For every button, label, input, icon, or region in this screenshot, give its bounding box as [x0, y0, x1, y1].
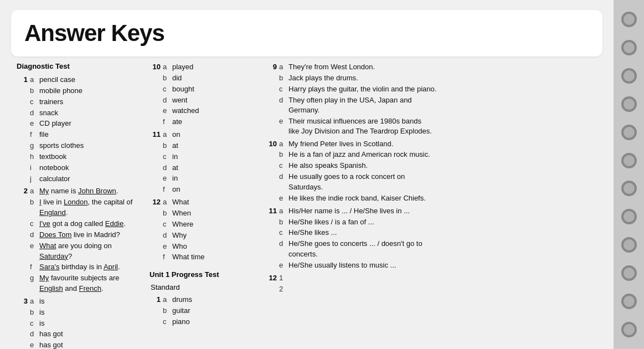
q10-answers: aplayed bdid cbought dwent ewatched fate — [163, 62, 199, 127]
q3-num: 3 — [17, 296, 28, 305]
c3q11d: dHe/She goes to concerts ... / doesn't g… — [279, 239, 437, 260]
q12c: cWhere — [163, 219, 205, 230]
c3q9c: cHarry plays the guitar, the violin and … — [279, 84, 437, 95]
q11d: dat — [163, 163, 180, 173]
q10f: fate — [163, 117, 199, 127]
column-2: 10 aplayed bdid cbought dwent ewatched f… — [150, 62, 260, 349]
q3a: ais — [30, 296, 63, 307]
spiral-ring — [621, 265, 637, 281]
c3q10-num: 10 — [266, 139, 277, 148]
spiral-ring — [621, 40, 637, 55]
q2b: bI live in London, the capital of Englan… — [30, 197, 144, 218]
c3q12-num: 12 — [266, 273, 277, 282]
q12a: aWhat — [163, 197, 205, 208]
q10b: bdid — [163, 73, 199, 84]
q12-answers: aWhat bWhen cWhere dWhy eWho fWhat time — [163, 197, 205, 263]
c3-question-12-block: 12 1 2 — [266, 273, 437, 295]
c3q12-1: 1 — [279, 273, 288, 284]
c3q10c: cHe also speaks Spanish. — [279, 161, 437, 171]
c3-question-11-block: 11 aHis/Her name is ... / He/She lives i… — [266, 206, 437, 271]
c3q9e: eTheir musical influences are 1980s band… — [279, 116, 437, 136]
u1q1b: bguitar — [163, 306, 192, 316]
q12b: bWhen — [163, 208, 205, 219]
q12f: fWhat time — [163, 252, 205, 263]
q11e: ein — [163, 173, 180, 184]
c3q11-num: 11 — [266, 206, 277, 215]
u1-question-1-block: 1 adrums bguitar cpiano — [150, 295, 260, 327]
diagnostic-test-title: Diagnostic Test — [17, 62, 144, 70]
q10e: ewatched — [163, 106, 199, 116]
spiral-ring — [621, 294, 637, 309]
c3q10a: aMy friend Peter lives in Scotland. — [279, 139, 437, 150]
column-3: 9 aThey're from West London. bJack plays… — [266, 62, 437, 349]
question-3-block: 3 ais bis cis dhas got ehas got — [17, 296, 144, 349]
q1h: htextbook — [30, 152, 84, 162]
q2a: aMy name is John Brown. — [30, 186, 144, 197]
page-title: Answer Keys — [24, 20, 589, 47]
q2e: eWhat are you doing on Saturday? — [30, 241, 144, 262]
c3q11b: bHe/She likes / is a fan of ... — [279, 217, 437, 228]
q1g: gsports clothes — [30, 141, 84, 151]
c3q10-answers: aMy friend Peter lives in Scotland. bHe … — [279, 139, 437, 204]
spiral-ring — [621, 322, 637, 337]
unit1-section: Unit 1 Progress Test Standard — [150, 270, 260, 291]
q11-num: 11 — [150, 130, 161, 138]
c3q10e: eHe likes the indie rock band, Kaiser Ch… — [279, 193, 437, 204]
q12-num: 12 — [150, 197, 161, 206]
question-10-block: 10 aplayed bdid cbought dwent ewatched f… — [150, 62, 260, 127]
question-2-block: 2 aMy name is John Brown. bI live in Lon… — [17, 186, 144, 294]
q3d: dhas got — [30, 329, 63, 340]
q2f: fSara's birthday is in April. — [30, 262, 144, 273]
unit1-title: Unit 1 Progress Test — [150, 270, 260, 279]
question-12-block: 12 aWhat bWhen cWhere dWhy eWho fWhat ti… — [150, 197, 260, 263]
u1q1-answers: adrums bguitar cpiano — [163, 295, 192, 327]
u1q1a: adrums — [163, 295, 192, 305]
q1c: ctrainers — [30, 97, 84, 107]
q3b: bis — [30, 307, 63, 318]
c3q10b: bHe is a fan of jazz and American rock m… — [279, 150, 437, 160]
q1-num: 1 — [17, 75, 28, 84]
c3-question-10-block: 10 aMy friend Peter lives in Scotland. b… — [266, 139, 437, 204]
spiral-binding — [614, 0, 644, 349]
q10d: dwent — [163, 95, 199, 106]
c3q11-answers: aHis/Her name is ... / He/She lives in .… — [279, 206, 437, 271]
q10a: aplayed — [163, 62, 199, 73]
c3q9-answers: aThey're from West London. bJack plays t… — [279, 62, 437, 137]
unit1-subtitle: Standard — [151, 283, 260, 291]
q1j: jcalculator — [30, 174, 84, 184]
c3q9a: aThey're from West London. — [279, 62, 437, 73]
q1f: ffile — [30, 130, 84, 140]
u1q1c: cpiano — [163, 317, 192, 327]
spiral-ring — [621, 181, 637, 196]
q12e: eWho — [163, 242, 205, 252]
q10c: cbought — [163, 84, 199, 95]
q1-answers: apencil case bmobile phone ctrainers dsn… — [30, 75, 84, 184]
c3q12-2: 2 — [279, 284, 288, 295]
spiral-ring — [621, 125, 637, 140]
question-11-block: 11 aon bat cin dat ein fon — [150, 130, 260, 195]
q11-answers: aon bat cin dat ein fon — [163, 130, 180, 195]
q3-answers: ais bis cis dhas got ehas got — [30, 296, 63, 349]
c3q10d: dHe usually goes to a rock concert on Sa… — [279, 172, 437, 193]
q2d: dDoes Tom live in Madrid? — [30, 230, 144, 240]
spiral-ring — [621, 209, 637, 224]
q10-num: 10 — [150, 62, 161, 71]
c3q11e: eHe/She usually listens to music ... — [279, 260, 437, 271]
q1e: eCD player — [30, 119, 84, 129]
q11b: bat — [163, 141, 180, 151]
title-bar: Answer Keys — [11, 10, 602, 57]
q2-answers: aMy name is John Brown. bI live in Londo… — [30, 186, 144, 294]
column-1: Diagnostic Test 1 apencil case bmobile p… — [17, 62, 144, 349]
q1d: dsnack — [30, 108, 84, 119]
question-1-block: 1 apencil case bmobile phone ctrainers d… — [17, 75, 144, 184]
c3q11a: aHis/Her name is ... / He/She lives in .… — [279, 206, 437, 217]
q11f: fon — [163, 184, 180, 195]
c3-question-9-block: 9 aThey're from West London. bJack plays… — [266, 62, 437, 137]
spiral-ring — [621, 68, 637, 84]
q3c: cis — [30, 319, 63, 329]
q11c: cin — [163, 152, 180, 162]
q2g: gMy favourite subjects are English and F… — [30, 273, 144, 294]
c3q12-answers: 1 2 — [279, 273, 288, 295]
spiral-ring — [621, 12, 637, 27]
spiral-ring — [621, 153, 637, 168]
